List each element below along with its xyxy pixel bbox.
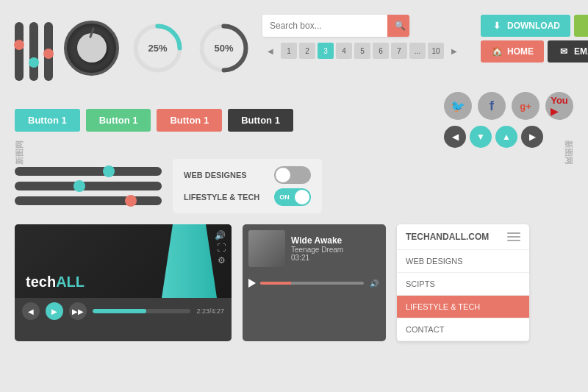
upload-button[interactable]: ⬆ UPLOAD [574, 15, 588, 37]
settings-icon: ⚙ [218, 255, 226, 266]
toggle-2-label: LIFESTYLE & TECH [184, 193, 259, 202]
nav-down[interactable]: ▼ [470, 126, 492, 148]
video-progress-bar[interactable] [93, 309, 190, 313]
audio-progress-bar[interactable] [260, 282, 364, 285]
audio-info: Wide Awake Teenage Dream 03:21 [291, 235, 380, 262]
video-play-btn[interactable]: ▶ [46, 302, 63, 320]
watermark-right: 新图网 [563, 140, 574, 165]
home-button[interactable]: 🏠 HOME [481, 40, 544, 63]
slider-thumb-2 [29, 57, 39, 68]
page-6[interactable]: 6 [373, 43, 389, 59]
facebook-icon[interactable]: f [478, 92, 506, 120]
audio-header: Wide Awake Teenage Dream 03:21 [243, 224, 386, 273]
slider-2[interactable] [29, 22, 38, 81]
toggle-1-label: WEB DESIGNES [184, 171, 247, 179]
video-logo-accent: ALL [56, 274, 85, 290]
video-thumbnail: techALL 🔊 ⛶ ⚙ [15, 224, 232, 298]
vertical-sliders [15, 15, 53, 81]
audio-volume-icon[interactable]: 🔊 [368, 277, 380, 289]
nav-up[interactable]: ▲ [495, 126, 517, 148]
buttons-row: Button 1 Button 1 Button 1 Button 1 🐦 f … [15, 92, 573, 148]
volume-icon: 🔊 [215, 230, 226, 240]
email-icon: ✉ [558, 46, 570, 57]
youtube-icon[interactable]: You▶ [545, 92, 573, 120]
main-container: 25% 50% 🔍 ◀ 1 2 3 4 5 [0, 0, 588, 392]
download-icon: ⬇ [491, 20, 503, 32]
fullscreen-icon: ⛶ [217, 243, 226, 253]
circle-2-percent: 50% [214, 43, 233, 54]
video-model-figure [162, 224, 217, 298]
h-thumb-2 [74, 180, 85, 192]
audio-progress-fill [260, 282, 291, 285]
page-4[interactable]: 4 [336, 43, 352, 59]
search-input[interactable] [262, 15, 387, 37]
nav-right[interactable]: ▶ [521, 126, 543, 148]
video-next-btn[interactable]: ▶▶ [69, 302, 87, 320]
h-thumb-1 [103, 165, 115, 177]
page-next[interactable]: ▶ [446, 43, 462, 59]
action-row-2: 🏠 HOME ✉ EMAIL [481, 40, 588, 63]
toggle-2-state: ON [279, 193, 290, 201]
nav-item-web-designs[interactable]: WEB DESIGNS [397, 250, 529, 273]
page-10[interactable]: 10 [428, 43, 444, 59]
toggle-2-knob [295, 190, 309, 204]
button-1-coral[interactable]: Button 1 [157, 109, 222, 132]
audio-player: Wide Awake Teenage Dream 03:21 🔊 [243, 224, 386, 341]
google-plus-icon[interactable]: g+ [512, 92, 539, 120]
audio-controls: 🔊 [243, 273, 386, 293]
toggle-row-1: WEB DESIGNES [184, 166, 311, 184]
h-slider-1[interactable] [15, 167, 162, 176]
video-logo: techALL [26, 274, 85, 291]
slider-thumb-1 [14, 40, 24, 50]
page-2[interactable]: 2 [299, 43, 315, 59]
hamburger-menu[interactable] [507, 232, 520, 241]
slider-3[interactable] [44, 22, 53, 81]
toggle-2[interactable]: ON [274, 188, 311, 206]
h-slider-2[interactable] [15, 182, 162, 190]
search-section: 🔍 ◀ 1 2 3 4 5 6 7 ... 10 ▶ [262, 15, 462, 59]
nav-item-lifestyle[interactable]: LIFESTYLE & TECH [397, 296, 529, 318]
search-button[interactable]: 🔍 [387, 15, 409, 37]
nav-item-scripts[interactable]: SCIPTS [397, 273, 529, 296]
nav-menu-title: TECHANDALL.COM [406, 232, 489, 242]
button-1-dark[interactable]: Button 1 [228, 109, 293, 132]
nav-menu-header: TECHANDALL.COM [397, 224, 529, 250]
knob-inner [77, 33, 107, 63]
toggle-1[interactable] [274, 166, 311, 184]
button-1-teal[interactable]: Button 1 [15, 109, 80, 132]
download-button[interactable]: ⬇ DOWNLOAD [481, 15, 570, 37]
audio-title: Wide Awake [291, 235, 380, 246]
action-buttons: ⬇ DOWNLOAD ⬆ UPLOAD 🏠 HOME ✉ EMAIL [481, 15, 588, 63]
page-dots: ... [409, 43, 426, 59]
page-1[interactable]: 1 [281, 43, 297, 59]
hamburger-line-2 [507, 236, 520, 238]
home-icon: 🏠 [491, 46, 503, 57]
audio-play-btn[interactable] [248, 279, 256, 288]
knob-section [64, 15, 119, 81]
video-prev-btn[interactable]: ◀ [22, 302, 40, 320]
search-box: 🔍 [262, 15, 409, 37]
page-5[interactable]: 5 [354, 43, 370, 59]
nav-left[interactable]: ◀ [444, 126, 466, 148]
circle-1-percent: 25% [148, 43, 167, 54]
page-3[interactable]: 3 [318, 43, 334, 59]
page-7[interactable]: 7 [391, 43, 407, 59]
progress-circles: 25% 50% [130, 15, 251, 81]
button-1-green[interactable]: Button 1 [86, 109, 151, 132]
twitter-icon[interactable]: 🐦 [444, 92, 472, 120]
h-slider-3[interactable] [15, 196, 162, 205]
social-nav: 🐦 f g+ You▶ ◀ ▼ ▲ ▶ [444, 92, 573, 148]
email-button[interactable]: ✉ EMAIL [548, 40, 588, 63]
hamburger-line-1 [507, 232, 520, 234]
nav-item-contact[interactable]: CONTACT [397, 318, 529, 341]
watermark-left: 新图网 [14, 140, 25, 165]
video-progress-fill [93, 309, 146, 313]
rotary-knob[interactable] [64, 21, 119, 76]
video-time: 2:23/4:27 [196, 307, 224, 315]
page-prev[interactable]: ◀ [262, 43, 279, 59]
toggle-1-knob [276, 168, 290, 182]
h-thumb-3 [125, 195, 137, 207]
hamburger-line-3 [507, 240, 520, 241]
slider-1[interactable] [15, 22, 24, 81]
audio-thumbnail [248, 230, 285, 267]
